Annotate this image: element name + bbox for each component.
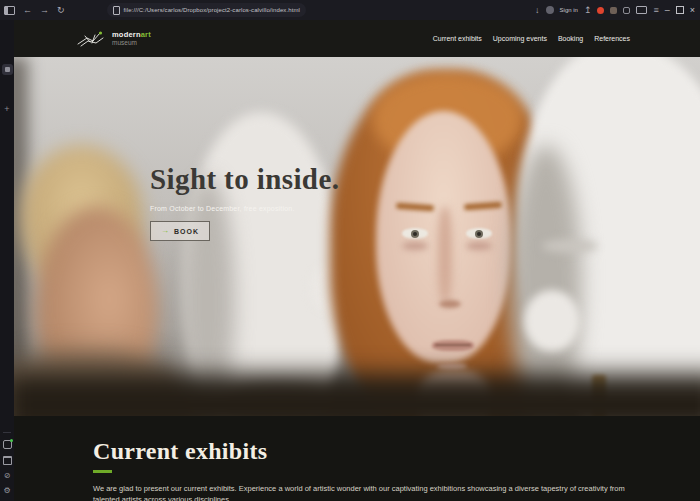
nav-booking[interactable]: Booking bbox=[558, 35, 583, 42]
logo-accent: art bbox=[141, 30, 151, 39]
sidebar-toggle-icon[interactable] bbox=[4, 6, 15, 15]
hero-photo-woman-face bbox=[435, 344, 471, 346]
hero-photo-woman-face bbox=[477, 232, 481, 236]
tab-sidebar: + ⊘ ⚙ bbox=[0, 20, 14, 501]
menu-icon[interactable]: ≡ bbox=[653, 6, 658, 15]
current-exhibits-section: Current exhibits We are glad to present … bbox=[14, 416, 700, 501]
hero-subtitle: From October to December, free expositio… bbox=[150, 205, 339, 212]
close-button[interactable]: × bbox=[690, 5, 695, 15]
webpage: modernart museum Current exhibits Upcomi… bbox=[14, 20, 700, 501]
nav-references[interactable]: References bbox=[594, 35, 630, 42]
new-tab-button[interactable]: + bbox=[4, 105, 9, 114]
profile-avatar[interactable] bbox=[546, 6, 554, 14]
active-tab[interactable] bbox=[2, 64, 13, 75]
share-icon[interactable]: ↥ bbox=[584, 6, 592, 15]
blocked-icon[interactable]: ⊘ bbox=[4, 472, 11, 480]
hero-photo-woman-face bbox=[466, 242, 492, 250]
url-bar[interactable]: file:///C:/Users/carlos/Dropbox/project2… bbox=[107, 3, 306, 17]
arrow-right-icon: → bbox=[161, 227, 169, 235]
section-paragraph: We are glad to present our current exhib… bbox=[93, 484, 628, 501]
page-file-icon bbox=[113, 6, 120, 15]
hero-copy: Sight to inside. From October to Decembe… bbox=[150, 163, 339, 241]
back-icon[interactable]: ← bbox=[23, 6, 32, 15]
forward-icon[interactable]: → bbox=[40, 6, 49, 15]
browser-toolbar: ← → ↻ file:///C:/Users/carlos/Dropbox/pr… bbox=[0, 0, 700, 20]
hero-photo-right-plaster-head bbox=[524, 290, 580, 352]
site-nav-links: Current exhibits Upcoming events Booking… bbox=[433, 35, 630, 42]
container-icon[interactable] bbox=[3, 456, 12, 465]
hero-photo-woman-face bbox=[402, 242, 428, 250]
sidebar-divider bbox=[3, 432, 11, 433]
site-logo[interactable]: modernart museum bbox=[76, 29, 151, 49]
hero-photo-woman-face bbox=[439, 300, 461, 308]
recording-indicator-icon[interactable] bbox=[597, 7, 604, 14]
screen-share-icon[interactable] bbox=[636, 6, 647, 14]
logo-subtitle: museum bbox=[112, 39, 151, 46]
minimize-button[interactable]: – bbox=[665, 5, 670, 15]
extension-icon[interactable] bbox=[623, 7, 630, 14]
hero-photo-woman-face bbox=[437, 363, 467, 370]
settings-gear-icon[interactable]: ⚙ bbox=[3, 487, 10, 495]
section-heading: Current exhibits bbox=[93, 438, 700, 465]
hero-image: Sight to inside. From October to Decembe… bbox=[14, 57, 700, 416]
maximize-button[interactable] bbox=[676, 6, 684, 14]
nav-current-exhibits[interactable]: Current exhibits bbox=[433, 35, 482, 42]
hero-photo-shading bbox=[542, 239, 598, 253]
extensions-icon[interactable] bbox=[3, 440, 12, 449]
extension-icon[interactable] bbox=[610, 7, 617, 14]
book-button-label: BOOK bbox=[174, 228, 199, 235]
logo-title: modernart bbox=[112, 31, 151, 39]
hero-photo-woman-face bbox=[438, 207, 452, 303]
reload-icon[interactable]: ↻ bbox=[57, 6, 65, 15]
sign-in-label[interactable]: Sign in bbox=[560, 7, 578, 13]
url-text: file:///C:/Users/carlos/Dropbox/project2… bbox=[124, 7, 300, 13]
nav-upcoming-events[interactable]: Upcoming events bbox=[493, 35, 547, 42]
book-button[interactable]: → BOOK bbox=[150, 221, 210, 241]
download-icon[interactable]: ↓ bbox=[535, 6, 540, 15]
tab-favicon-icon bbox=[5, 67, 10, 72]
hero-photo-woman-face bbox=[413, 232, 417, 236]
site-navbar: modernart museum Current exhibits Upcomi… bbox=[14, 20, 700, 57]
heading-accent-underline bbox=[93, 470, 112, 473]
hero-title: Sight to inside. bbox=[150, 163, 339, 196]
hero-photo-shading bbox=[14, 374, 700, 416]
logo-sketch-icon bbox=[76, 29, 106, 49]
browser-window: ← → ↻ file:///C:/Users/carlos/Dropbox/pr… bbox=[0, 0, 700, 501]
